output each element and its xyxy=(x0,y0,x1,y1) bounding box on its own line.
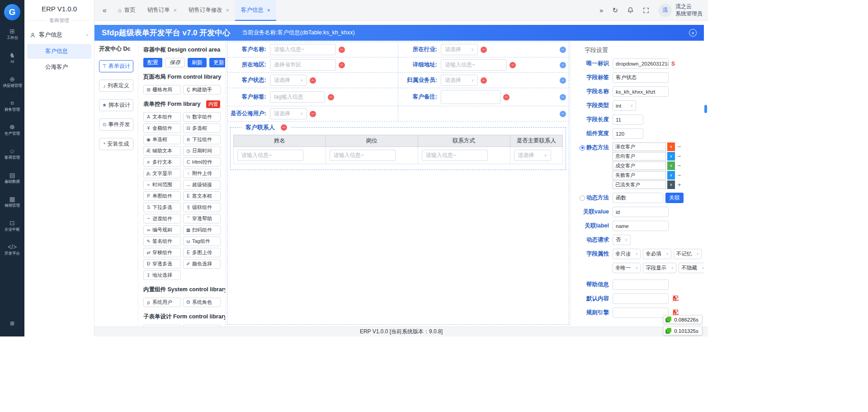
dev-list-define[interactable]: ♪列表定义 xyxy=(99,80,133,92)
close-tab-icon[interactable]: × xyxy=(174,7,177,14)
option-color-select[interactable]: ∨ xyxy=(667,152,675,161)
refresh-icon[interactable]: ↻ xyxy=(612,6,618,14)
dev-form-design[interactable]: ⊤表单设计 xyxy=(99,60,133,72)
library-item[interactable]: Ç构建助手 xyxy=(183,85,221,95)
component-width-input[interactable]: 120 xyxy=(613,128,643,139)
library-item[interactable]: ↔超级链接 xyxy=(183,180,221,189)
subform-input[interactable]: 请输入信息~ xyxy=(330,150,396,161)
library-item[interactable]: Θ系统角色 xyxy=(183,298,221,307)
close-tab-icon[interactable]: × xyxy=(267,7,270,14)
configure-default-link[interactable]: 配 xyxy=(673,295,679,303)
collapse-sidebar-icon[interactable]: « xyxy=(103,6,107,14)
dynamic-method-input[interactable]: 函数 xyxy=(613,193,663,203)
sidebar-group-customer-info[interactable]: 客户信息 ∨ xyxy=(24,27,94,43)
remove-subform-icon[interactable]: − xyxy=(281,124,287,131)
nav-supply-chain[interactable]: ⊕供应链管理 xyxy=(2,76,23,88)
nav-workbench[interactable]: ⊞工作台 xyxy=(6,28,19,40)
remove-row-icon[interactable]: − xyxy=(560,47,566,53)
tab-customer-info[interactable]: 客户信息× xyxy=(235,0,276,21)
bell-icon[interactable] xyxy=(627,7,634,14)
field-input[interactable]: tag输入信息 xyxy=(270,91,325,103)
library-item[interactable]: ⇄穿梭组件 xyxy=(143,248,181,257)
nav-customer-mgmt[interactable]: ☺客商管理 xyxy=(4,147,20,160)
attr-select[interactable]: 非唯一∨ xyxy=(613,263,641,273)
expand-tabs-icon[interactable]: » xyxy=(599,6,603,14)
update-button[interactable]: 更新 xyxy=(209,58,226,67)
tab-sales-order-edit[interactable]: 销售订单修改× xyxy=(183,0,235,21)
remove-row-icon[interactable]: − xyxy=(560,77,566,84)
field-select[interactable]: 请选择∨ xyxy=(270,75,307,86)
app-logo[interactable]: G xyxy=(4,4,20,20)
option-value-input[interactable]: 潜在客户 xyxy=(613,142,666,151)
field-select[interactable]: 请选择∨ xyxy=(441,44,478,55)
library-item[interactable]: ¥金额组件 xyxy=(143,123,181,133)
rel-label-input[interactable]: name xyxy=(613,221,669,231)
hamburger-menu-icon[interactable]: ≡ xyxy=(10,319,14,328)
library-item[interactable]: ↧地址选择 xyxy=(143,270,181,280)
form-field-cell[interactable]: 客户状态:请选择∨− xyxy=(227,73,398,88)
attr-select[interactable]: 字段显示∨ xyxy=(643,263,676,273)
remove-field-icon[interactable]: − xyxy=(503,94,509,100)
subform-input[interactable]: 请输入信息~ xyxy=(422,150,488,161)
library-item[interactable]: Æ辅助文本 xyxy=(143,146,181,156)
library-item[interactable]: ≡多行文本 xyxy=(143,157,181,167)
nav-base-data[interactable]: ▤基础数据 xyxy=(4,171,20,184)
library-item[interactable]: ⊟多选框 xyxy=(183,123,221,133)
option-value-input[interactable]: 失败客户 xyxy=(613,171,666,180)
option-value-input[interactable]: 已流失客户 xyxy=(613,180,666,189)
attr-select[interactable]: 非只读∨ xyxy=(613,249,641,259)
library-item[interactable]: Đ穿透多选 xyxy=(143,259,181,269)
option-color-select[interactable]: ∨ xyxy=(667,171,675,180)
unique-id-input[interactable]: dropdown_202603121807 xyxy=(613,58,669,69)
field-select[interactable]: 请选择∨ xyxy=(441,75,478,86)
relate-button[interactable]: 关联 xyxy=(665,193,684,203)
nav-production[interactable]: ☸生产管理 xyxy=(4,123,20,136)
library-item[interactable]: ωTag组件 xyxy=(183,237,221,246)
option-color-select[interactable]: ∨ xyxy=(667,161,675,170)
library-item[interactable]: E富文本框 xyxy=(183,191,221,201)
remove-field-icon[interactable]: − xyxy=(310,111,316,117)
dynamic-method-radio[interactable] xyxy=(580,195,585,201)
field-select[interactable]: 请选择∨ xyxy=(270,108,307,119)
add-option-icon[interactable]: + xyxy=(676,182,682,188)
vertical-scrollbar-thumb[interactable] xyxy=(704,105,707,113)
field-textarea[interactable] xyxy=(441,90,500,104)
library-item[interactable]: A文本组件 xyxy=(143,112,181,122)
field-length-input[interactable]: 11 xyxy=(613,114,643,125)
field-label-input[interactable]: 客户状态 xyxy=(613,72,669,83)
remove-row-icon[interactable]: − xyxy=(560,62,566,68)
dev-event-dev[interactable]: ⊙事件开发 xyxy=(99,118,133,131)
library-item[interactable]: ρ系统用户 xyxy=(143,298,181,307)
close-designer-icon[interactable]: × xyxy=(689,29,697,37)
form-field-cell[interactable]: 所在地区:选择省市区− xyxy=(227,57,398,72)
field-input[interactable]: 请输入信息~ xyxy=(441,59,507,71)
remove-field-icon[interactable]: − xyxy=(481,77,487,84)
user-menu[interactable]: 流 流之云 系统管理员 xyxy=(658,3,703,17)
library-item[interactable]: È多图上传 xyxy=(183,248,221,257)
static-method-radio[interactable] xyxy=(580,145,585,151)
option-value-input[interactable]: 成交客户 xyxy=(613,161,666,170)
remove-row-icon[interactable]: − xyxy=(560,94,566,100)
nav-verification[interactable]: ▦核销管理 xyxy=(4,195,20,208)
remove-field-icon[interactable]: − xyxy=(310,77,316,84)
library-item[interactable]: ↑附件上传 xyxy=(183,169,221,178)
form-field-cell[interactable]: 所在行业:请选择∨− xyxy=(398,42,569,57)
field-input[interactable]: 请输入信息~ xyxy=(270,44,336,55)
remove-field-icon[interactable]: − xyxy=(509,62,516,68)
library-item[interactable]: P单图组件 xyxy=(143,191,181,201)
nav-enterprise-hub[interactable]: ⊡企业中枢 xyxy=(4,219,20,232)
library-item[interactable]: あ文字显示 xyxy=(143,169,181,178)
help-info-input[interactable] xyxy=(613,279,669,290)
attr-select[interactable]: 不记忆∨ xyxy=(674,249,702,259)
subform-input[interactable]: 请输入信息~ xyxy=(237,150,303,161)
attr-select[interactable]: 不隐藏∨ xyxy=(679,263,704,273)
rel-value-input[interactable]: id xyxy=(613,207,669,217)
sidebar-item-public-customers[interactable]: 公海客户 xyxy=(27,60,91,75)
remove-option-icon[interactable]: − xyxy=(676,172,682,178)
tab-home[interactable]: ⌂首页 xyxy=(112,0,142,21)
library-item[interactable]: ⌒穿透帮助 xyxy=(183,214,221,223)
fullscreen-icon[interactable] xyxy=(643,7,649,14)
remove-field-icon[interactable]: − xyxy=(481,47,487,53)
option-color-select[interactable]: ∨ xyxy=(667,142,675,151)
library-item[interactable]: ▦扫码组件 xyxy=(183,225,221,235)
